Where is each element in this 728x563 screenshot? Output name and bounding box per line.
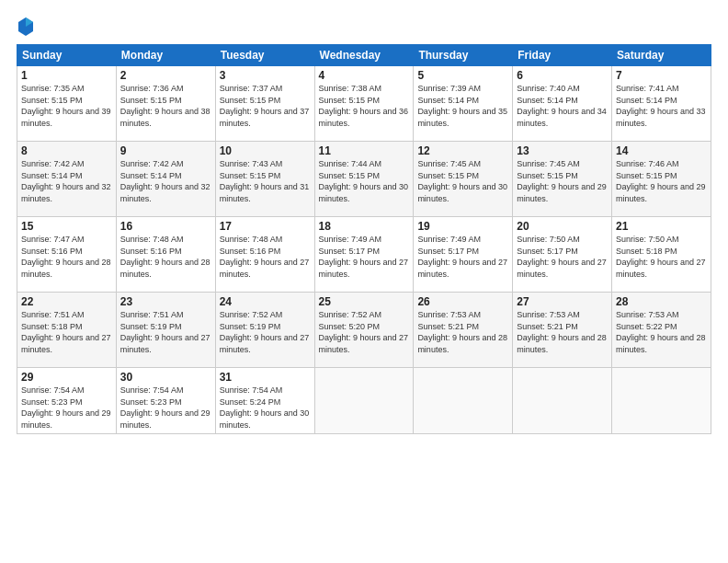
day-info: Sunrise: 7:44 AMSunset: 5:15 PMDaylight:… [319, 158, 410, 204]
day-number: 5 [417, 69, 508, 82]
calendar-cell: 13Sunrise: 7:45 AMSunset: 5:15 PMDayligh… [513, 142, 612, 217]
day-number: 15 [21, 220, 112, 233]
calendar-cell [414, 368, 513, 434]
day-info: Sunrise: 7:51 AMSunset: 5:18 PMDaylight:… [21, 309, 112, 355]
calendar-cell: 8Sunrise: 7:42 AMSunset: 5:14 PMDaylight… [17, 142, 117, 217]
calendar-cell: 22Sunrise: 7:51 AMSunset: 5:18 PMDayligh… [17, 293, 117, 368]
day-number: 4 [319, 69, 410, 82]
calendar-cell: 5Sunrise: 7:39 AMSunset: 5:14 PMDaylight… [414, 66, 513, 142]
calendar-cell: 23Sunrise: 7:51 AMSunset: 5:19 PMDayligh… [116, 293, 215, 368]
day-number: 7 [616, 69, 707, 82]
day-info: Sunrise: 7:47 AMSunset: 5:16 PMDaylight:… [21, 234, 112, 280]
calendar-cell: 18Sunrise: 7:49 AMSunset: 5:17 PMDayligh… [314, 217, 414, 293]
day-number: 21 [616, 220, 707, 233]
calendar-cell: 31Sunrise: 7:54 AMSunset: 5:24 PMDayligh… [215, 368, 314, 434]
day-info: Sunrise: 7:49 AMSunset: 5:17 PMDaylight:… [319, 234, 410, 280]
day-info: Sunrise: 7:45 AMSunset: 5:15 PMDaylight:… [417, 158, 508, 204]
calendar-week-row: 1Sunrise: 7:35 AMSunset: 5:15 PMDaylight… [17, 66, 711, 142]
day-info: Sunrise: 7:54 AMSunset: 5:24 PMDaylight:… [220, 385, 311, 431]
calendar-cell: 20Sunrise: 7:50 AMSunset: 5:17 PMDayligh… [513, 217, 612, 293]
day-info: Sunrise: 7:38 AMSunset: 5:15 PMDaylight:… [319, 83, 410, 129]
day-info: Sunrise: 7:53 AMSunset: 5:21 PMDaylight:… [417, 309, 508, 355]
day-info: Sunrise: 7:42 AMSunset: 5:14 PMDaylight:… [21, 158, 112, 204]
day-number: 3 [220, 69, 311, 82]
day-info: Sunrise: 7:37 AMSunset: 5:15 PMDaylight:… [220, 83, 311, 129]
calendar-cell: 1Sunrise: 7:35 AMSunset: 5:15 PMDaylight… [17, 66, 117, 142]
day-info: Sunrise: 7:50 AMSunset: 5:17 PMDaylight:… [517, 234, 608, 280]
day-number: 11 [319, 144, 410, 157]
weekday-header-thursday: Thursday [414, 45, 513, 66]
day-info: Sunrise: 7:41 AMSunset: 5:14 PMDaylight:… [616, 83, 707, 129]
day-info: Sunrise: 7:52 AMSunset: 5:19 PMDaylight:… [220, 309, 311, 355]
calendar-cell: 27Sunrise: 7:53 AMSunset: 5:21 PMDayligh… [513, 293, 612, 368]
calendar-cell: 12Sunrise: 7:45 AMSunset: 5:15 PMDayligh… [414, 142, 513, 217]
calendar-week-row: 15Sunrise: 7:47 AMSunset: 5:16 PMDayligh… [17, 217, 711, 293]
day-number: 31 [220, 371, 311, 384]
day-number: 6 [517, 69, 608, 82]
weekday-header-wednesday: Wednesday [314, 45, 414, 66]
day-number: 17 [220, 220, 311, 233]
calendar-cell: 16Sunrise: 7:48 AMSunset: 5:16 PMDayligh… [116, 217, 215, 293]
day-info: Sunrise: 7:40 AMSunset: 5:14 PMDaylight:… [517, 83, 608, 129]
day-info: Sunrise: 7:54 AMSunset: 5:23 PMDaylight:… [120, 385, 211, 431]
calendar-cell: 30Sunrise: 7:54 AMSunset: 5:23 PMDayligh… [116, 368, 215, 434]
day-number: 29 [21, 371, 112, 384]
day-number: 25 [319, 295, 410, 308]
calendar-cell: 28Sunrise: 7:53 AMSunset: 5:22 PMDayligh… [612, 293, 711, 368]
calendar-cell [612, 368, 711, 434]
calendar-cell: 10Sunrise: 7:43 AMSunset: 5:15 PMDayligh… [215, 142, 314, 217]
calendar-cell [513, 368, 612, 434]
day-number: 18 [319, 220, 410, 233]
logo-icon [17, 17, 34, 37]
calendar-cell: 25Sunrise: 7:52 AMSunset: 5:20 PMDayligh… [314, 293, 414, 368]
calendar-cell: 17Sunrise: 7:48 AMSunset: 5:16 PMDayligh… [215, 217, 314, 293]
day-number: 30 [120, 371, 211, 384]
calendar-cell [314, 368, 414, 434]
calendar-cell: 15Sunrise: 7:47 AMSunset: 5:16 PMDayligh… [17, 217, 117, 293]
calendar-week-row: 29Sunrise: 7:54 AMSunset: 5:23 PMDayligh… [17, 368, 711, 434]
day-info: Sunrise: 7:39 AMSunset: 5:14 PMDaylight:… [417, 83, 508, 129]
day-info: Sunrise: 7:54 AMSunset: 5:23 PMDaylight:… [21, 385, 112, 431]
day-info: Sunrise: 7:46 AMSunset: 5:15 PMDaylight:… [616, 158, 707, 204]
day-info: Sunrise: 7:42 AMSunset: 5:14 PMDaylight:… [120, 158, 211, 204]
calendar-cell: 6Sunrise: 7:40 AMSunset: 5:14 PMDaylight… [513, 66, 612, 142]
day-info: Sunrise: 7:52 AMSunset: 5:20 PMDaylight:… [319, 309, 410, 355]
day-info: Sunrise: 7:51 AMSunset: 5:19 PMDaylight:… [120, 309, 211, 355]
day-number: 9 [120, 144, 211, 157]
calendar-cell: 3Sunrise: 7:37 AMSunset: 5:15 PMDaylight… [215, 66, 314, 142]
day-info: Sunrise: 7:53 AMSunset: 5:21 PMDaylight:… [517, 309, 608, 355]
day-info: Sunrise: 7:48 AMSunset: 5:16 PMDaylight:… [220, 234, 311, 280]
day-number: 24 [220, 295, 311, 308]
day-number: 2 [120, 69, 211, 82]
day-info: Sunrise: 7:45 AMSunset: 5:15 PMDaylight:… [517, 158, 608, 204]
day-number: 19 [417, 220, 508, 233]
day-info: Sunrise: 7:48 AMSunset: 5:16 PMDaylight:… [120, 234, 211, 280]
page-container: SundayMondayTuesdayWednesdayThursdayFrid… [0, 0, 728, 563]
weekday-header-saturday: Saturday [612, 45, 711, 66]
day-info: Sunrise: 7:53 AMSunset: 5:22 PMDaylight:… [616, 309, 707, 355]
calendar-week-row: 22Sunrise: 7:51 AMSunset: 5:18 PMDayligh… [17, 293, 711, 368]
day-number: 14 [616, 144, 707, 157]
calendar-cell: 11Sunrise: 7:44 AMSunset: 5:15 PMDayligh… [314, 142, 414, 217]
day-number: 26 [417, 295, 508, 308]
day-number: 10 [220, 144, 311, 157]
calendar-week-row: 8Sunrise: 7:42 AMSunset: 5:14 PMDaylight… [17, 142, 711, 217]
day-number: 16 [120, 220, 211, 233]
logo [17, 17, 37, 37]
calendar-cell: 2Sunrise: 7:36 AMSunset: 5:15 PMDaylight… [116, 66, 215, 142]
day-info: Sunrise: 7:43 AMSunset: 5:15 PMDaylight:… [220, 158, 311, 204]
day-number: 8 [21, 144, 112, 157]
day-number: 27 [517, 295, 608, 308]
day-info: Sunrise: 7:36 AMSunset: 5:15 PMDaylight:… [120, 83, 211, 129]
calendar-cell: 7Sunrise: 7:41 AMSunset: 5:14 PMDaylight… [612, 66, 711, 142]
weekday-header-monday: Monday [116, 45, 215, 66]
calendar-cell: 24Sunrise: 7:52 AMSunset: 5:19 PMDayligh… [215, 293, 314, 368]
day-info: Sunrise: 7:50 AMSunset: 5:18 PMDaylight:… [616, 234, 707, 280]
day-number: 13 [517, 144, 608, 157]
header [17, 17, 711, 37]
weekday-header-sunday: Sunday [17, 45, 117, 66]
weekday-header-friday: Friday [513, 45, 612, 66]
calendar-cell: 19Sunrise: 7:49 AMSunset: 5:17 PMDayligh… [414, 217, 513, 293]
calendar-cell: 9Sunrise: 7:42 AMSunset: 5:14 PMDaylight… [116, 142, 215, 217]
calendar-cell: 21Sunrise: 7:50 AMSunset: 5:18 PMDayligh… [612, 217, 711, 293]
